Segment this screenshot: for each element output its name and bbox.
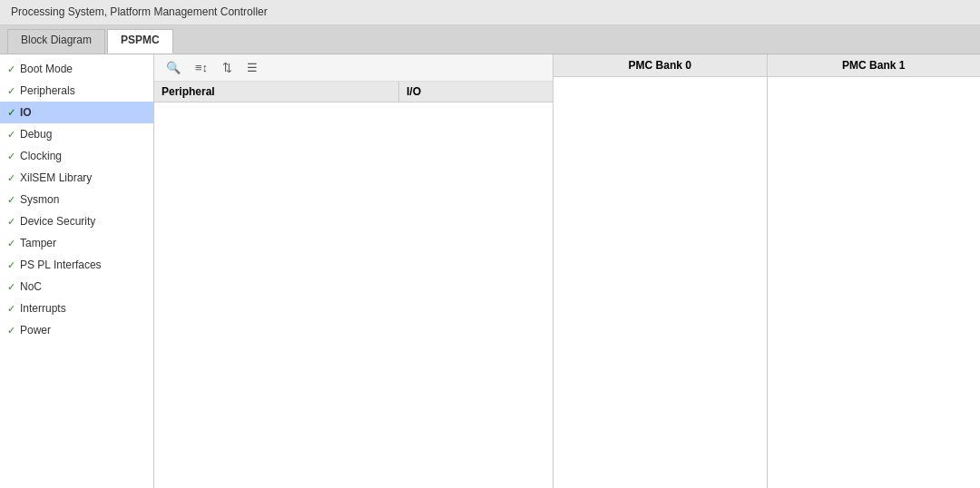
check-icon-11: ✓ [7,303,15,315]
sidebar-item-sysmon[interactable]: ✓Sysmon [0,189,153,210]
mio-bank-0: PMC Bank 0 [554,54,768,488]
check-icon-10: ✓ [7,281,15,293]
peripheral-table-body [154,102,553,488]
peripheral-panel: 🔍 ≡↕ ⇅ ☰ Peripheral I/O [154,54,554,488]
content-area: 🔍 ≡↕ ⇅ ☰ Peripheral I/O [154,54,980,488]
sidebar-item-clocking[interactable]: ✓Clocking [0,145,153,167]
toolbar: 🔍 ≡↕ ⇅ ☰ [154,54,553,82]
tab-block-diagram[interactable]: Block Diagram [7,29,105,54]
expand-all-button[interactable]: ≡↕ [191,58,212,77]
check-icon-2: ✓ [7,107,15,119]
sidebar-item-interrupts[interactable]: ✓Interrupts [0,298,153,319]
col-peripheral-header: Peripheral [154,82,399,102]
title-bar: Processing System, Platform Management C… [0,0,980,25]
check-icon-4: ✓ [7,151,15,162]
check-icon-3: ✓ [7,129,15,141]
mio-bank-1: PMC Bank 1 [768,54,981,488]
sidebar-item-ps-pl-interfaces[interactable]: ✓PS PL Interfaces [0,254,153,276]
check-icon-6: ✓ [7,194,15,206]
tabs-row: Block Diagram PSPMC [0,25,980,54]
app-title: Processing System, Platform Management C… [11,5,268,18]
sidebar-item-device-security[interactable]: ✓Device Security [0,210,153,232]
search-button[interactable]: 🔍 [162,58,185,77]
sidebar-item-noc[interactable]: ✓NoC [0,276,153,298]
sidebar-item-boot-mode[interactable]: ✓Boot Mode [0,58,153,80]
collapse-all-button[interactable]: ⇅ [218,58,237,77]
sidebar-item-power[interactable]: ✓Power [0,319,153,341]
check-icon-7: ✓ [7,216,15,228]
main-area: ✓Boot Mode✓Peripherals✓IO✓Debug✓Clocking… [0,54,980,488]
sidebar: ✓Boot Mode✓Peripherals✓IO✓Debug✓Clocking… [0,54,154,488]
sidebar-item-debug[interactable]: ✓Debug [0,123,153,145]
check-icon-9: ✓ [7,259,15,271]
check-icon-5: ✓ [7,172,15,184]
col-io-header: I/O [399,82,553,102]
mio-panel: PMC Bank 0 PMC Bank 1 [554,54,980,488]
tab-pspmc[interactable]: PSPMC [107,29,173,54]
check-icon-8: ✓ [7,238,15,249]
mio-bank-1-header: PMC Bank 1 [768,54,981,77]
list-view-button[interactable]: ☰ [242,58,262,77]
check-icon-0: ✓ [7,63,15,75]
sidebar-item-peripherals[interactable]: ✓Peripherals [0,80,153,102]
sidebar-item-tamper[interactable]: ✓Tamper [0,232,153,254]
mio-bank-0-header: PMC Bank 0 [554,54,767,77]
sidebar-item-xilsem-library[interactable]: ✓XilSEM Library [0,167,153,189]
table-header: Peripheral I/O [154,82,553,102]
mio-columns: PMC Bank 0 PMC Bank 1 [554,54,980,488]
check-icon-1: ✓ [7,85,15,97]
check-icon-12: ✓ [7,325,15,337]
sidebar-item-io[interactable]: ✓IO [0,102,153,123]
